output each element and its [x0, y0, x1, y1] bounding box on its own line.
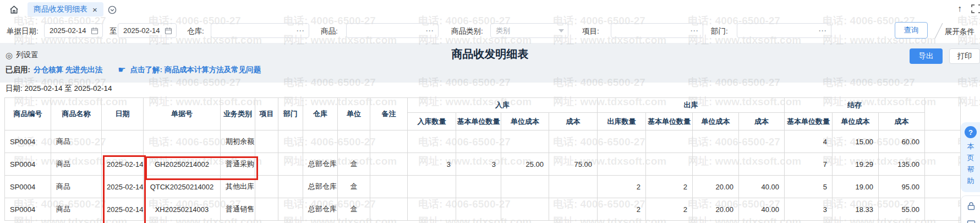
- table-cell: [278, 130, 303, 153]
- tab-title: 商品收发明细表: [34, 4, 87, 14]
- table-cell: [646, 130, 693, 153]
- more-icon[interactable]: ···: [819, 27, 827, 35]
- more-icon[interactable]: ···: [426, 27, 434, 35]
- table-cell: [255, 176, 278, 198]
- table-cell: 4: [785, 130, 833, 153]
- table-cell: 18.33: [833, 198, 879, 221]
- column-header[interactable]: 单位: [338, 98, 370, 130]
- table-cell: 普通销售: [221, 198, 255, 221]
- tab-list-icon[interactable]: [108, 6, 117, 17]
- column-header[interactable]: 基本单位数量: [646, 113, 693, 130]
- table-cell: [549, 198, 598, 221]
- date-start-input[interactable]: 2025-02-14: [44, 23, 103, 38]
- filler-cell: [925, 130, 961, 153]
- table-row[interactable]: SP0004商品2025-02-14QTCK20250214002其他出库总部仓…: [5, 176, 961, 198]
- warehouse-input[interactable]: ···: [211, 23, 309, 38]
- table-cell: 总部仓库: [303, 153, 338, 176]
- table-cell: [501, 130, 549, 153]
- warehouse-label: 仓库:: [187, 26, 204, 36]
- print-button[interactable]: 打印: [949, 48, 980, 64]
- table-cell: 2: [598, 198, 646, 221]
- export-button[interactable]: 导出: [910, 48, 943, 64]
- tab-bar: 商品收发明细表 × ↑: [0, 0, 980, 19]
- column-header[interactable]: 出库数量: [598, 113, 646, 130]
- column-header[interactable]: 业务类别: [221, 98, 255, 130]
- column-header[interactable]: 单位成本: [501, 113, 549, 130]
- table-cell: 19.29: [833, 153, 879, 176]
- table-cell: 2025-02-14: [102, 198, 144, 221]
- table-row[interactable]: SP0004商品2025-02-14XH20250214003普通销售总部仓库盒…: [5, 198, 961, 221]
- cost-help-link[interactable]: 点击了解: 商品成本计算方法及常见问题: [130, 65, 261, 75]
- calendar-icon: [91, 27, 98, 35]
- tab-report[interactable]: 商品收发明细表 ×: [28, 2, 103, 17]
- table-cell: 135.00: [879, 153, 925, 176]
- enabled-label: 已启用:: [6, 65, 30, 75]
- column-header[interactable]: 备注: [370, 98, 408, 130]
- column-header[interactable]: 商品名称: [51, 98, 102, 130]
- table-cell: [549, 130, 598, 153]
- home-icon[interactable]: [9, 4, 19, 17]
- date-end-input[interactable]: 2025-02-14: [118, 23, 177, 38]
- filler-cell: [925, 198, 961, 221]
- table-cell: 40.00: [739, 176, 785, 198]
- date-end-value: 2025-02-14: [118, 26, 165, 35]
- column-header[interactable]: 单位成本: [693, 113, 739, 130]
- table-cell: [598, 153, 646, 176]
- table-cell: [278, 198, 303, 221]
- column-header[interactable]: 仓库: [303, 98, 338, 130]
- table-row[interactable]: SP0004商品期初余额415.0060.00: [5, 130, 961, 153]
- table-cell: [255, 130, 278, 153]
- project-input[interactable]: ···: [611, 23, 703, 38]
- table-cell: [456, 176, 501, 198]
- column-header[interactable]: 基本单位数量: [785, 113, 833, 130]
- table-cell: 商品: [51, 176, 102, 198]
- table-cell: SP0004: [5, 130, 51, 153]
- report-table: 商品编号商品名称日期单据号业务类别项目部门仓库单位备注入库出库结存入库数量基本单…: [4, 97, 961, 221]
- table-cell: 总部仓库: [303, 198, 338, 221]
- calendar-icon: [165, 27, 172, 35]
- product-label: 商品:: [321, 26, 338, 36]
- column-header[interactable]: 成本: [739, 113, 785, 130]
- table-cell: [303, 130, 338, 153]
- table-cell: [102, 130, 144, 153]
- expand-conditions-link[interactable]: 展开条件: [945, 27, 974, 37]
- table-cell: [501, 176, 549, 198]
- column-header[interactable]: 基本单位数量: [456, 113, 501, 130]
- table-cell: [646, 153, 693, 176]
- product-input[interactable]: ···: [346, 23, 439, 38]
- table-cell: [456, 198, 501, 221]
- enabled-methods-link[interactable]: 分仓核算 先进先出法: [34, 65, 102, 75]
- query-button[interactable]: 查询: [895, 22, 928, 39]
- table-row[interactable]: SP0004商品2025-02-14GH20250214002普通采购总部仓库盒…: [5, 153, 961, 176]
- table-cell: 普通采购: [221, 153, 255, 176]
- more-icon[interactable]: ···: [691, 27, 699, 35]
- lock-icon[interactable]: [967, 202, 976, 213]
- tab-close-icon[interactable]: ×: [92, 6, 97, 14]
- scroll-top-icon[interactable]: ↑: [957, 4, 962, 14]
- table-cell: QTCK20250214002: [144, 176, 221, 198]
- feedback-icon[interactable]: [967, 219, 976, 223]
- column-header[interactable]: 入库数量: [408, 113, 456, 130]
- table-cell: 60.00: [879, 130, 925, 153]
- column-header[interactable]: 单位成本: [833, 113, 879, 130]
- table-cell: [739, 153, 785, 176]
- column-header[interactable]: 商品编号: [5, 98, 51, 130]
- column-header[interactable]: 部门: [278, 98, 303, 130]
- table-cell: [456, 130, 501, 153]
- group-header: 结存: [785, 98, 925, 113]
- expand-window-icon[interactable]: [971, 4, 980, 16]
- column-header[interactable]: 日期: [102, 98, 144, 130]
- department-input[interactable]: ···: [737, 23, 831, 38]
- table-cell: [598, 130, 646, 153]
- category-select[interactable]: 类别: [490, 23, 568, 38]
- column-header[interactable]: 单据号: [144, 98, 221, 130]
- table-cell: [370, 153, 408, 176]
- column-header[interactable]: 成本: [879, 113, 925, 130]
- table-cell: [370, 176, 408, 198]
- page-help-button[interactable]: ? 本页帮助: [961, 122, 980, 192]
- more-icon[interactable]: ···: [297, 27, 305, 35]
- column-header[interactable]: 项目: [255, 98, 278, 130]
- page-help-label: 本页帮助: [967, 140, 974, 187]
- column-header[interactable]: 成本: [549, 113, 598, 130]
- table-cell: 盒: [338, 176, 370, 198]
